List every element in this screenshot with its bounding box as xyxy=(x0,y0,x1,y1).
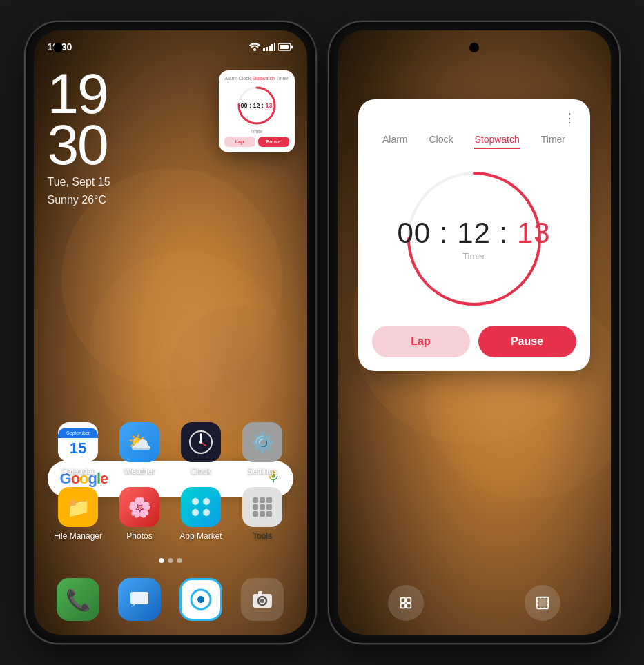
status-bar-left: 19:30 xyxy=(48,41,293,52)
app-item-clock[interactable]: Clock xyxy=(176,422,226,476)
dock-browser[interactable] xyxy=(179,578,222,621)
nav-screenshot-button[interactable] xyxy=(525,585,560,621)
clock-app-tabs: Alarm Clock Stopwatch Timer xyxy=(372,134,576,149)
right-screen: ⋮ Alarm Clock Stopwatch Timer 00 : xyxy=(338,30,611,635)
clock-hour: 19 xyxy=(48,68,110,119)
clock-minute: 30 xyxy=(48,119,110,170)
app-item-photos[interactable]: 🌸 Photos xyxy=(115,487,164,541)
timer-colon2: : xyxy=(500,217,517,249)
tab-clock[interactable]: Clock xyxy=(429,134,453,149)
dot-3 xyxy=(177,558,182,563)
svg-point-26 xyxy=(260,599,264,603)
filemanager-label: File Manager xyxy=(54,531,102,541)
clock-app-header: ⋮ xyxy=(372,110,576,126)
mini-time-display: 00 : 12 : 13 xyxy=(240,102,272,109)
clock-big-time: 19 30 xyxy=(48,68,110,170)
three-dots-menu[interactable]: ⋮ xyxy=(563,110,576,126)
bottom-nav-right xyxy=(338,585,611,621)
browser-svg xyxy=(188,587,213,612)
app-item-calendar[interactable]: September 15 Calendar xyxy=(53,422,103,476)
mini-popup-tabs: Alarm Clock Stopwatch Timer xyxy=(224,76,289,81)
timer-circle-container: 00 : 12 : 13 Timer xyxy=(398,163,550,315)
svg-rect-19 xyxy=(130,592,148,604)
svg-rect-35 xyxy=(539,599,545,606)
clock-icon xyxy=(181,422,221,462)
camera-hole-left xyxy=(53,43,63,52)
clock-app-card: ⋮ Alarm Clock Stopwatch Timer 00 : xyxy=(358,99,590,371)
timer-minutes: 12 xyxy=(457,217,491,249)
left-phone: 19:30 xyxy=(26,22,315,643)
timer-digits: 00 : 12 : 13 xyxy=(397,217,550,250)
svg-marker-20 xyxy=(130,604,135,608)
lap-button[interactable]: Lap xyxy=(372,326,470,357)
page-dots xyxy=(159,558,182,563)
mini-tab-timer: Timer xyxy=(276,76,289,81)
mini-tab-stopwatch[interactable]: Stopwatch xyxy=(252,76,275,81)
clock-date: Tue, Sept 15 xyxy=(48,176,110,188)
camera-hole-right xyxy=(469,43,479,52)
calendar-date: 15 xyxy=(70,438,86,457)
weather-icon: ⛅ xyxy=(119,422,159,462)
mini-pause-button[interactable]: Pause xyxy=(258,137,289,147)
mini-lap-button[interactable]: Lap xyxy=(224,137,255,147)
app-item-filemanager[interactable]: 📁 File Manager xyxy=(53,487,103,541)
battery-icon xyxy=(278,43,293,51)
dot-1 xyxy=(159,558,164,563)
calendar-icon: September 15 xyxy=(58,422,98,462)
tab-timer[interactable]: Timer xyxy=(541,134,565,149)
clock-svg xyxy=(188,429,214,455)
dock-camera[interactable] xyxy=(241,578,284,621)
timer-time-display: 00 : 12 : 13 Timer xyxy=(397,217,550,261)
clock-app-buttons: Lap Pause xyxy=(372,326,576,357)
timer-label: Timer xyxy=(397,251,550,261)
calendar-header: September xyxy=(58,428,98,438)
recent-icon xyxy=(398,595,413,611)
left-screen: 19:30 xyxy=(34,30,307,635)
appmarket-label: App Market xyxy=(179,531,222,541)
svg-rect-33 xyxy=(406,604,410,608)
svg-point-16 xyxy=(203,498,210,505)
svg-rect-31 xyxy=(406,598,410,602)
tools-label: Tools xyxy=(253,531,272,541)
svg-point-18 xyxy=(203,509,210,516)
dock-messages[interactable] xyxy=(118,578,161,621)
timer-colon1: : xyxy=(440,217,457,249)
svg-point-22 xyxy=(197,596,204,603)
mini-action-buttons: Lap Pause xyxy=(224,137,289,147)
app-grid: September 15 Calendar ⛅ Weather xyxy=(48,422,293,552)
svg-rect-7 xyxy=(280,45,289,49)
mini-tab-alarm: Alarm xyxy=(224,76,237,81)
mini-clock-popup[interactable]: Alarm Clock Stopwatch Timer 00 : 12 : 13… xyxy=(219,70,295,152)
tab-stopwatch[interactable]: Stopwatch xyxy=(474,134,519,149)
timer-hours: 00 xyxy=(397,217,431,249)
svg-rect-30 xyxy=(400,598,404,602)
appmarket-svg xyxy=(189,495,213,519)
weather-label: Weather xyxy=(124,466,155,476)
app-item-tools[interactable]: Tools xyxy=(237,487,287,541)
bottom-dock: 📞 xyxy=(48,578,293,621)
nav-recent-button[interactable] xyxy=(388,585,424,621)
app-item-weather[interactable]: ⛅ Weather xyxy=(115,422,164,476)
tab-alarm[interactable]: Alarm xyxy=(382,134,408,149)
mini-tab-clock: Clock xyxy=(239,76,251,81)
mini-timer-label: Timer xyxy=(224,129,289,134)
svg-rect-3 xyxy=(269,46,271,51)
svg-rect-32 xyxy=(400,604,404,608)
svg-rect-8 xyxy=(291,46,293,49)
timer-seconds: 13 xyxy=(517,217,551,249)
svg-rect-2 xyxy=(266,47,268,51)
svg-point-14 xyxy=(199,441,202,444)
svg-rect-5 xyxy=(274,43,275,51)
camera-svg xyxy=(251,588,273,611)
signal-icon xyxy=(263,43,275,51)
app-item-settings[interactable]: ⚙️ Settings xyxy=(237,422,287,476)
clock-widget: 19 30 Tue, Sept 15 Sunny 26°C xyxy=(48,68,110,206)
tools-icon xyxy=(242,487,282,527)
app-item-appmarket[interactable]: App Market xyxy=(176,487,226,541)
pause-button[interactable]: Pause xyxy=(478,326,576,357)
mini-circle: 00 : 12 : 13 xyxy=(236,85,277,126)
svg-rect-1 xyxy=(263,48,265,51)
calendar-label: Calendar xyxy=(61,466,95,476)
dock-phone[interactable]: 📞 xyxy=(57,578,99,621)
app-row-1: September 15 Calendar ⛅ Weather xyxy=(48,422,293,476)
